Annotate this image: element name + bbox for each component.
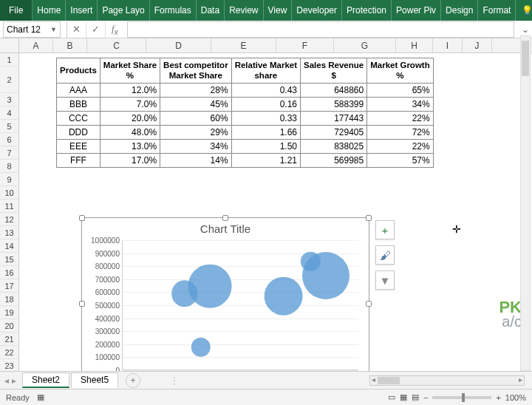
table-cell[interactable]: 22% [367,140,434,154]
products-table[interactable]: ProductsMarket Share%Best competitorMark… [56,58,434,168]
row-header-20[interactable]: 20 [0,319,19,333]
vertical-scrollbar[interactable] [520,35,531,371]
column-header-I[interactable]: I [433,38,463,52]
zoom-slider[interactable] [432,396,491,399]
row-header-17[interactable]: 17 [0,279,19,293]
row-header-21[interactable]: 21 [0,333,19,346]
table-cell[interactable]: 22% [367,112,434,126]
row-header-14[interactable]: 14 [0,239,19,253]
table-row[interactable]: DDD48.0%29%1.6672940572% [57,126,434,140]
ribbon-tab-insert[interactable]: Insert [66,0,98,21]
table-cell[interactable]: 838025 [301,140,367,154]
table-cell[interactable]: 177443 [301,112,367,126]
row-header-5[interactable]: 5 [0,120,19,133]
table-cell[interactable]: 17.0% [100,154,160,168]
table-cell[interactable]: 0.16 [231,98,300,112]
bubble-FFF[interactable] [264,276,303,316]
column-header-J[interactable]: J [463,38,492,52]
row-header-7[interactable]: 7 [0,146,19,160]
table-cell[interactable]: 13.0% [100,140,160,154]
row-header-1[interactable]: 1 [0,53,19,67]
row-header-19[interactable]: 19 [0,306,19,319]
table-row[interactable]: EEE13.0%34%1.5083802522% [57,140,434,154]
row-header-4[interactable]: 4 [0,106,19,120]
select-all-corner[interactable] [0,38,19,52]
table-cell[interactable]: 29% [160,126,232,140]
table-cell[interactable]: 569985 [301,154,367,168]
row-header-13[interactable]: 13 [0,226,19,239]
table-cell[interactable]: 14% [160,154,232,168]
zoom-in-button[interactable]: + [496,393,500,402]
table-header[interactable]: Products [57,58,100,84]
row-header-18[interactable]: 18 [0,293,19,306]
table-cell[interactable]: 729405 [301,126,367,140]
bubble-chart[interactable]: Chart Title 0100000200000300000400000500… [81,217,369,390]
table-cell[interactable]: 0.33 [231,112,300,126]
table-cell[interactable]: 0.43 [231,84,300,98]
row-header-3[interactable]: 3 [0,93,19,106]
column-header-F[interactable]: F [276,38,334,52]
column-header-E[interactable]: E [211,38,276,52]
table-header[interactable]: Market Share% [100,58,160,84]
table-cell[interactable]: FFF [57,154,100,168]
view-normal-icon[interactable]: ▭ [388,392,395,402]
table-cell[interactable]: 588399 [301,98,367,112]
chart-styles-button[interactable]: 🖌 [375,245,395,265]
table-header[interactable]: Market Growth% [367,58,434,84]
row-header-22[interactable]: 22 [0,346,19,359]
table-row[interactable]: BBB7.0%45%0.1658839934% [57,98,434,112]
table-row[interactable]: AAA12.0%28%0.4364886065% [57,84,434,98]
ribbon-tab-file[interactable]: File [0,0,33,21]
zoom-out-button[interactable]: − [423,393,428,402]
table-cell[interactable]: 34% [160,140,232,154]
ribbon-tab-data[interactable]: Data [197,0,225,21]
view-page-icon[interactable]: ▦ [400,392,407,402]
column-header-A[interactable]: A [19,38,53,52]
cancel-formula-button[interactable]: ✕ [66,21,86,38]
table-cell[interactable]: 65% [367,84,434,98]
table-cell[interactable]: 648860 [301,84,367,98]
table-cell[interactable]: 7.0% [100,98,160,112]
ribbon-tab-format[interactable]: Format [478,0,516,21]
column-header-H[interactable]: H [396,38,433,52]
chart-filters-button[interactable]: ▼ [375,270,395,290]
sheet-tab-sheet2[interactable]: Sheet2 [22,372,69,388]
ribbon-tab-design[interactable]: Design [441,0,478,21]
ribbon-tab-home[interactable]: Home [33,0,66,21]
table-header[interactable]: Sales Revenue$ [301,58,367,84]
table-cell[interactable]: 45% [160,98,232,112]
chart-elements-button[interactable]: + [375,220,395,239]
table-cell[interactable]: 60% [160,112,232,126]
scrollbar-thumb[interactable] [522,41,529,76]
worksheet-grid[interactable]: ABCDEFGHIJ ProductsMarket Share%Best com… [0,38,532,364]
table-cell[interactable]: 72% [367,126,434,140]
chart-title[interactable]: Chart Title [82,222,369,235]
zoom-level[interactable]: 100% [505,393,526,402]
ribbon-tab-view[interactable]: View [264,0,293,21]
bubble-BBB[interactable] [171,281,198,307]
bubble-EEE[interactable] [301,251,321,271]
formula-expand-button[interactable]: ⌄ [519,24,532,35]
row-header-8[interactable]: 8 [0,160,19,173]
macro-record-icon[interactable]: ▦ [37,392,44,402]
tell-me[interactable]: 💡 Tell me [516,0,532,21]
formula-input[interactable] [127,21,514,38]
row-header-12[interactable]: 12 [0,213,19,226]
row-header-16[interactable]: 16 [0,266,19,279]
resize-handle[interactable] [79,301,85,307]
add-sheet-button[interactable]: ＋ [126,373,140,388]
resize-handle[interactable] [222,215,228,221]
row-header-2[interactable]: 2 [0,67,19,93]
row-header-11[interactable]: 11 [0,200,19,213]
row-header-9[interactable]: 9 [0,173,19,186]
table-cell[interactable]: BBB [57,98,100,112]
fx-button[interactable]: fx [105,21,124,38]
table-cell[interactable]: 12.0% [100,84,160,98]
table-cell[interactable]: 48.0% [100,126,160,140]
view-break-icon[interactable]: ▤ [412,392,419,402]
table-cell[interactable]: 20.0% [100,112,160,126]
chevron-down-icon[interactable]: ▼ [50,26,57,33]
column-header-G[interactable]: G [334,38,396,52]
scrollbar-thumb[interactable] [378,377,400,384]
table-row[interactable]: CCC20.0%60%0.3317744322% [57,112,434,126]
